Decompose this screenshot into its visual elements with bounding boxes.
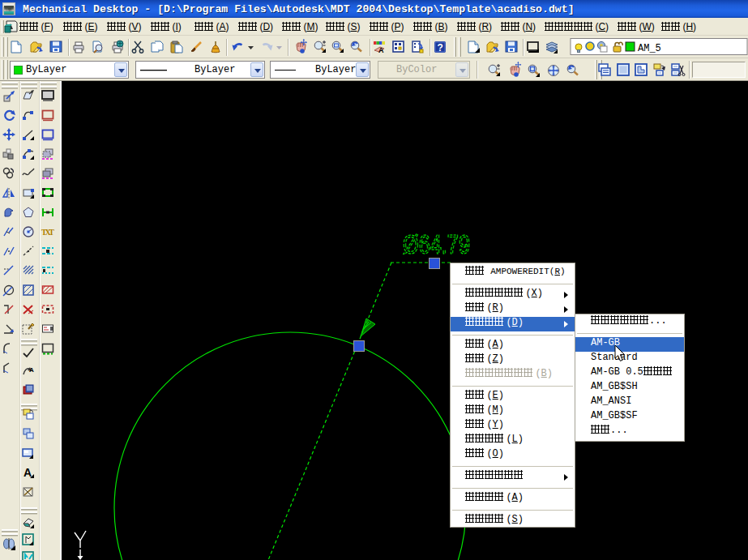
svg-text:?: ? (438, 42, 443, 53)
svg-text:A: A (29, 366, 34, 374)
svg-text:A: A (378, 46, 384, 54)
svg-text:AM_5: AM_5 (638, 43, 661, 54)
svg-text:Ø64.79: Ø64.79 (403, 229, 470, 259)
svg-text:A: A (24, 466, 32, 479)
svg-text:TXT: TXT (41, 228, 54, 237)
